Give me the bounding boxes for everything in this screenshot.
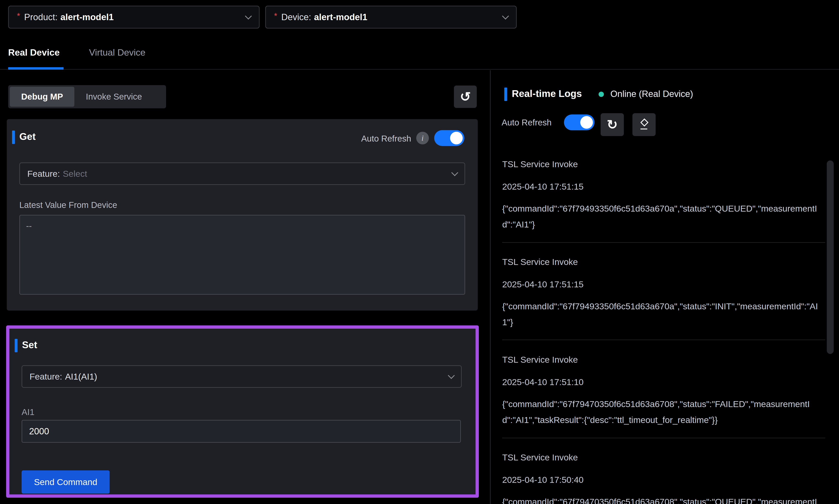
active-tab-indicator [8, 67, 64, 70]
required-asterisk: * [274, 12, 277, 21]
reset-icon: ↺ [460, 90, 471, 103]
get-auto-refresh-label: Auto Refresh [353, 134, 411, 144]
feature-placeholder: Select [63, 169, 87, 179]
param-input[interactable]: 2000 [22, 420, 461, 443]
tab-track [0, 69, 839, 70]
product-select-value: alert-model1 [60, 12, 114, 22]
set-card-highlighted: Set Feature: AI1(AI1) AI1 2000 Send Comm… [6, 325, 479, 498]
log-entry-payload: {"commandId":"67f79470350f6c51d63a6708",… [502, 396, 826, 428]
log-entry-payload: {"commandId":"67f79470350f6c51d63a6708",… [502, 494, 826, 504]
section-accent-bar [15, 339, 18, 352]
logs-clear-button[interactable] [632, 113, 656, 136]
logs-scrollbar[interactable] [827, 160, 834, 354]
debug-mp-button[interactable]: Debug MP [10, 87, 74, 107]
required-asterisk: * [17, 12, 20, 21]
log-entry-title: TSL Service Invoke [502, 159, 578, 169]
toggle-knob [450, 132, 463, 144]
chevron-down-icon [451, 169, 458, 176]
log-entry-time: 2025-04-10 17:51:15 [502, 182, 583, 192]
product-select-label: Product: [24, 12, 58, 22]
section-accent-bar [504, 88, 507, 101]
panel-divider [490, 70, 491, 504]
get-section-title: Get [19, 131, 36, 142]
log-divider [502, 438, 825, 438]
chevron-down-icon [245, 13, 252, 20]
get-auto-refresh-toggle[interactable] [434, 130, 464, 146]
section-accent-bar [12, 130, 15, 144]
param-input-value: 2000 [29, 426, 49, 436]
reset-button[interactable]: ↺ [454, 86, 477, 108]
log-entry-title: TSL Service Invoke [502, 257, 578, 267]
tab-real-device[interactable]: Real Device [8, 47, 60, 58]
toggle-knob [580, 116, 593, 129]
log-divider [502, 242, 825, 243]
feature-label: Feature: [30, 372, 62, 382]
device-select[interactable]: * Device: alert-model1 [265, 6, 517, 29]
log-divider [502, 340, 825, 340]
invoke-service-button[interactable]: Invoke Service [74, 87, 153, 107]
send-command-button[interactable]: Send Command [22, 470, 110, 493]
logs-auto-refresh-toggle[interactable] [564, 114, 595, 130]
chevron-down-icon [502, 13, 509, 20]
log-entry-time: 2025-04-10 17:51:10 [502, 377, 583, 387]
feature-value: AI1(AI1) [65, 372, 97, 382]
device-select-value: alert-model1 [314, 12, 367, 22]
online-status-text: Online (Real Device) [610, 89, 693, 99]
product-select[interactable]: * Product: alert-model1 [8, 6, 260, 29]
get-card: Get Auto Refresh i Feature: Select Lates… [7, 119, 478, 310]
param-label: AI1 [22, 407, 34, 417]
log-entry-payload: {"commandId":"67f79493350f6c51d63a670a",… [502, 201, 826, 232]
latest-value-label: Latest Value From Device [19, 200, 117, 210]
set-feature-select[interactable]: Feature: AI1(AI1) [22, 365, 462, 388]
feature-label: Feature: [27, 169, 60, 179]
log-entry-time: 2025-04-10 17:51:15 [502, 280, 583, 289]
info-icon[interactable]: i [416, 132, 429, 144]
realtime-logs-title: Real-time Logs [512, 88, 582, 99]
chevron-down-icon [448, 372, 455, 379]
mode-segmented-control: Debug MP Invoke Service [8, 85, 166, 108]
get-feature-select[interactable]: Feature: Select [19, 162, 465, 185]
eraser-icon [637, 118, 650, 131]
log-entry-title: TSL Service Invoke [502, 355, 578, 365]
info-icon-glyph: i [421, 133, 424, 143]
tab-virtual-device[interactable]: Virtual Device [89, 47, 145, 58]
online-status-dot [599, 92, 604, 97]
set-section-title: Set [22, 339, 37, 350]
logs-auto-refresh-label: Auto Refresh [502, 118, 552, 127]
log-entry-title: TSL Service Invoke [502, 452, 578, 463]
device-select-label: Device: [281, 12, 311, 22]
latest-value-textarea[interactable]: -- [19, 215, 465, 295]
logs-refresh-button[interactable]: ↻ [601, 113, 624, 136]
log-entry-time: 2025-04-10 17:50:40 [502, 475, 583, 485]
refresh-icon: ↻ [607, 118, 618, 131]
log-entry-payload: {"commandId":"67f79493350f6c51d63a670a",… [502, 298, 826, 330]
